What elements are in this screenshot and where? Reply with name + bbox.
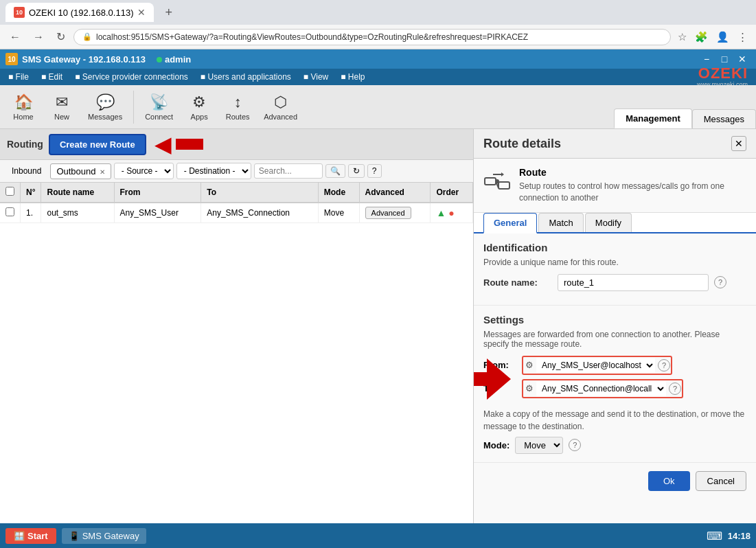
- identification-title: Identification: [483, 242, 746, 253]
- new-tab-btn[interactable]: +: [159, 3, 178, 23]
- nav-icons: ☆ 🧩 👤 ⋮: [675, 28, 751, 46]
- identification-desc: Provide a unique name for this route.: [483, 258, 746, 267]
- search-btn[interactable]: 🔍: [325, 164, 345, 178]
- profile-btn[interactable]: 👤: [713, 28, 732, 46]
- from-gear-icon: ⚙: [525, 360, 534, 370]
- start-label: Start: [27, 531, 48, 541]
- destination-filter[interactable]: - Destination -: [176, 163, 251, 179]
- taskbar-kbd-icon[interactable]: ⌨: [707, 529, 722, 543]
- svg-rect-1: [499, 182, 509, 189]
- menu-users[interactable]: ■ Users and applications: [195, 71, 297, 83]
- svg-marker-6: [501, 172, 504, 176]
- select-all-checkbox[interactable]: [5, 187, 14, 196]
- home-btn[interactable]: 🏠 Home: [5, 88, 41, 126]
- menu-service[interactable]: ■ Service provider connections: [69, 71, 194, 83]
- to-help-icon[interactable]: ?: [669, 383, 681, 395]
- left-arrow-icon: ◀: [154, 133, 172, 155]
- from-select-wrapper: ⚙ Any_SMS_User@localhost ?: [522, 356, 672, 375]
- back-btn[interactable]: ←: [5, 28, 25, 46]
- refresh-btn[interactable]: ↻: [52, 27, 69, 46]
- row-mode: Move: [318, 203, 359, 223]
- app-title: SMS Gateway - 192.168.0.113: [22, 54, 146, 65]
- from-field-row: From: ⚙ Any_SMS_User@localhost ?: [483, 356, 746, 375]
- taskbar-app-icon: 📱: [69, 531, 80, 541]
- bookmark-btn[interactable]: ☆: [675, 28, 689, 46]
- ok-btn[interactable]: Ok: [648, 471, 690, 491]
- routes-btn[interactable]: ↕ Routes: [220, 88, 255, 126]
- to-gear-icon: ⚙: [525, 383, 534, 393]
- taskbar-right: ⌨ 14:18: [707, 529, 751, 543]
- toolbar: 🏠 Home ✉ New 💬 Messages 📡 Connect ⚙ Apps: [0, 85, 756, 129]
- refresh-filter-btn[interactable]: ↻: [348, 164, 365, 178]
- route-info-desc: Setup routes to control how messages/cal…: [519, 181, 746, 204]
- advanced-toolbar-btn[interactable]: ⬡ Advanced: [258, 88, 303, 126]
- home-label: Home: [13, 113, 33, 121]
- routes-icon: ↕: [234, 93, 242, 111]
- apps-label: Apps: [191, 113, 208, 121]
- to-select-wrapper: ⚙ Any_SMS_Connection@locall ?: [522, 379, 683, 398]
- routing-header: Routing Create new Route ◀: [0, 129, 473, 160]
- left-panel: Routing Create new Route ◀ Inbound Outbo…: [0, 129, 474, 548]
- tab-messages[interactable]: Messages: [692, 109, 756, 128]
- from-select[interactable]: Any_SMS_User@localhost: [536, 358, 655, 373]
- row-checkbox[interactable]: [5, 207, 14, 216]
- filter-outbound[interactable]: Outbound ✕: [50, 163, 111, 179]
- to-select[interactable]: Any_SMS_Connection@locall: [536, 381, 666, 396]
- menu-help[interactable]: ■ Help: [335, 71, 370, 83]
- forward-btn[interactable]: →: [29, 28, 48, 46]
- tab-management[interactable]: Management: [614, 109, 691, 128]
- address-bar[interactable]: 🔒 localhost:9515/SMS+Gateway/?a=Routing&…: [73, 29, 671, 45]
- right-panel: Route details ✕: [474, 129, 756, 548]
- tab-close-btn[interactable]: ✕: [137, 7, 146, 18]
- svg-point-4: [495, 179, 499, 183]
- order-dot-icon[interactable]: ●: [448, 207, 454, 218]
- top-right-tabs: Management Messages: [614, 85, 756, 128]
- menu-file[interactable]: ■ File: [3, 71, 34, 83]
- menu-bar: ■ File ■ Edit ■ Service provider connect…: [0, 69, 756, 85]
- ozeki-logo-text: OZEKI: [698, 66, 748, 81]
- messages-btn[interactable]: 💬 Messages: [82, 88, 128, 126]
- apps-btn[interactable]: ⚙ Apps: [181, 88, 217, 126]
- extensions-btn[interactable]: 🧩: [692, 28, 711, 46]
- tab-modify[interactable]: Modify: [585, 213, 632, 232]
- mode-select[interactable]: Move Copy: [515, 437, 563, 454]
- arrow-shaft-left: [176, 139, 203, 150]
- row-num: 1.: [21, 203, 41, 223]
- connect-btn[interactable]: 📡 Connect: [139, 88, 179, 126]
- settings-desc: Messages are forwarded from one connecti…: [483, 330, 746, 349]
- help-filter-btn[interactable]: ?: [367, 164, 382, 178]
- row-name: out_sms: [41, 203, 114, 223]
- start-btn[interactable]: 🪟 Start: [5, 528, 56, 544]
- route-name-input[interactable]: [558, 274, 709, 291]
- create-route-btn[interactable]: Create new Route: [49, 134, 146, 155]
- source-filter[interactable]: - Source -: [114, 163, 174, 179]
- apps-icon: ⚙: [192, 93, 206, 111]
- from-help-icon[interactable]: ?: [658, 359, 670, 372]
- menu-view[interactable]: ■ View: [298, 71, 334, 83]
- browser-tab[interactable]: 10 OZEKI 10 (192.168.0.113) ✕: [5, 3, 154, 22]
- cancel-btn[interactable]: Cancel: [696, 471, 746, 491]
- menu-edit[interactable]: ■ Edit: [36, 71, 68, 83]
- filter-inbound[interactable]: Inbound: [5, 163, 47, 179]
- identification-section: Identification Provide a unique name for…: [474, 233, 756, 306]
- row-checkbox-cell[interactable]: [0, 203, 21, 223]
- tab-match[interactable]: Match: [538, 213, 583, 232]
- advanced-row-btn[interactable]: Advanced: [365, 207, 411, 219]
- outbound-clear[interactable]: ✕: [100, 168, 105, 176]
- taskbar-app-btn[interactable]: 📱 SMS Gateway: [62, 528, 146, 544]
- row-advanced-cell[interactable]: Advanced: [359, 203, 431, 223]
- route-name-row: Route name: ?: [483, 274, 746, 291]
- table-row[interactable]: 1. out_sms Any_SMS_User Any_SMS_Connecti…: [0, 203, 473, 223]
- new-icon: ✉: [56, 93, 68, 111]
- th-advanced: Advanced: [359, 183, 431, 203]
- route-name-help-icon[interactable]: ?: [714, 276, 726, 288]
- advanced-label: Advanced: [264, 113, 297, 121]
- route-details-close-btn[interactable]: ✕: [731, 136, 746, 151]
- order-up-icon[interactable]: ▲: [436, 207, 446, 218]
- new-btn[interactable]: ✉ New: [44, 88, 80, 126]
- tab-general[interactable]: General: [483, 213, 537, 233]
- route-icon: [483, 167, 511, 200]
- mode-help-icon[interactable]: ?: [569, 439, 581, 451]
- menu-btn[interactable]: ⋮: [735, 28, 751, 46]
- search-input[interactable]: [254, 163, 323, 179]
